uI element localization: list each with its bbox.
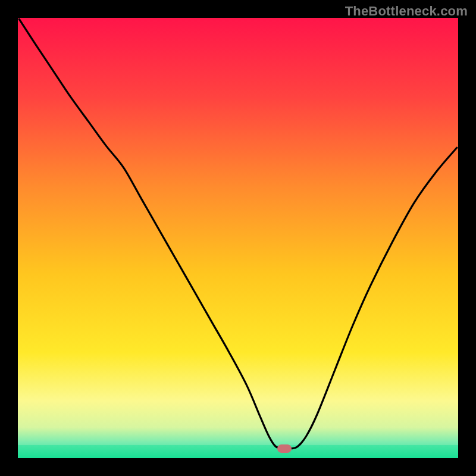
chart-container: TheBottleneck.com (0, 0, 476, 476)
curve-path (19, 19, 457, 449)
watermark-text: TheBottleneck.com (345, 4, 468, 19)
plot-area (18, 18, 458, 458)
bottleneck-curve (18, 18, 458, 458)
optimum-marker (277, 444, 292, 453)
